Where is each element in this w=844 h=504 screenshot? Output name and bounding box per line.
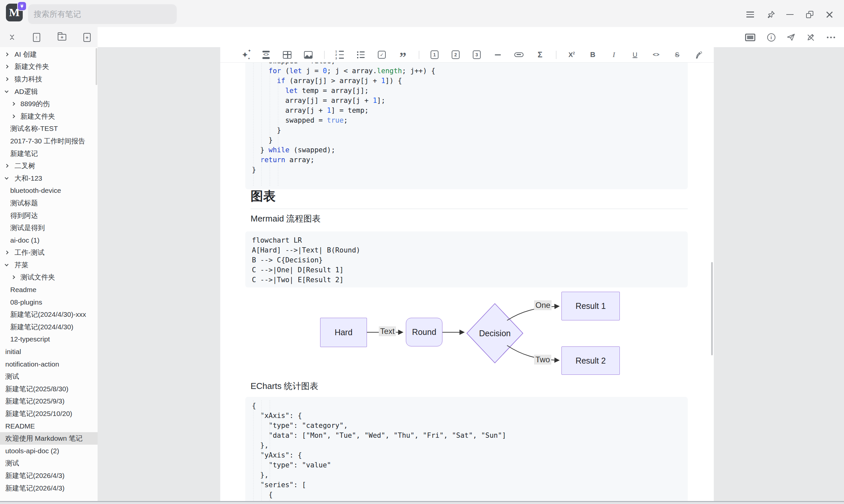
- bold-button[interactable]: B: [586, 48, 600, 61]
- superscript-button[interactable]: X2: [565, 48, 579, 61]
- sidebar-note-item[interactable]: 测试: [0, 370, 97, 383]
- sidebar-note-item[interactable]: notification-action: [0, 358, 97, 371]
- share-button[interactable]: [783, 30, 798, 44]
- ordered-list-button[interactable]: 1 2 3: [333, 48, 346, 61]
- sidebar-note-item[interactable]: 测试标题: [0, 197, 97, 209]
- sidebar-note-item[interactable]: 新建笔记(2025/9/3): [0, 395, 97, 408]
- sidebar-note-item[interactable]: 新建笔记(2025/10/20): [0, 408, 97, 420]
- js-code-text: swapped = false; for (let j = 0; j < arr…: [245, 62, 688, 179]
- js-code-block: swapped = false; for (let j = 0; j < arr…: [245, 62, 688, 189]
- underline-icon: U: [633, 51, 637, 59]
- tree-item-label: README: [0, 422, 35, 430]
- tree-item-label: Readme: [0, 286, 36, 294]
- collapse-all-button[interactable]: [5, 30, 19, 44]
- sidebar-note-item[interactable]: 新建笔记(2026/4/3): [0, 469, 97, 482]
- task-list-button[interactable]: ✓: [375, 48, 389, 61]
- sidebar-note-item[interactable]: 欢迎使用 Markdown 笔记: [0, 432, 97, 445]
- sidebar-note-item[interactable]: 测试是得到: [0, 221, 97, 234]
- sidebar-note-item[interactable]: 新建笔记(2026/4/3): [0, 482, 97, 494]
- hamburger-icon: [747, 12, 754, 17]
- more-options-button[interactable]: [823, 30, 838, 44]
- sidebar-note-item[interactable]: 新建笔记: [0, 147, 97, 160]
- sidebar-note-item[interactable]: 新建笔记(2024/4/30): [0, 321, 97, 333]
- heading1-button[interactable]: 1: [428, 48, 442, 61]
- unordered-list-button[interactable]: [354, 48, 367, 61]
- bold-icon: B: [590, 50, 595, 59]
- sidebar-note-item[interactable]: initial: [0, 345, 97, 358]
- tree-item-label: 新建笔记(2025/8/30): [0, 384, 68, 394]
- sidebar-scrollbar[interactable]: [96, 48, 97, 85]
- editor-document-area[interactable]: swapped = false; for (let j = 0; j < arr…: [220, 62, 714, 501]
- sidebar-folder-item[interactable]: AI 创建: [0, 48, 97, 61]
- sidebar-folder-item[interactable]: 测试文件夹: [0, 271, 97, 284]
- sidebar-note-item[interactable]: 12-typescript: [0, 333, 97, 346]
- new-folder-button[interactable]: +: [55, 30, 69, 44]
- view-mode-button[interactable]: [742, 30, 758, 44]
- highlight-button[interactable]: [692, 48, 705, 61]
- editor-scrollbar[interactable]: [711, 262, 713, 355]
- sidebar-note-item[interactable]: utools-api-doc (2): [0, 445, 97, 457]
- sidebar-note-item[interactable]: Readme: [0, 284, 97, 296]
- sidebar-note-item[interactable]: ai-doc (1): [0, 234, 97, 247]
- formula-button[interactable]: Σ: [533, 48, 547, 61]
- pin-window-button[interactable]: [764, 7, 778, 22]
- top-window-bar: M 搜索所有笔记: [0, 0, 844, 27]
- sidebar-note-item[interactable]: 测试名称-TEST: [0, 123, 97, 135]
- tree-item-label: 得到阿达: [0, 211, 38, 220]
- info-button[interactable]: i: [764, 30, 779, 44]
- collapse-all-icon: [11, 34, 14, 41]
- ai-sparkle-button[interactable]: ✦✦✦: [238, 48, 252, 61]
- sidebar-folder-item[interactable]: 猿力科技: [0, 73, 97, 85]
- tree-item-label: 新建笔记(2026/4/3): [0, 471, 65, 480]
- new-note-button[interactable]: +: [80, 30, 94, 44]
- sidebar-folder-item[interactable]: 芹菜: [0, 259, 97, 271]
- sidebar-folder-item[interactable]: 工作-测试: [0, 247, 97, 259]
- import-note-button[interactable]: ↑: [29, 30, 44, 44]
- sidebar-folder-item[interactable]: 二叉树: [0, 160, 97, 172]
- flow-node-result2: Result 2: [561, 346, 620, 375]
- heading3-button[interactable]: 3: [470, 48, 484, 61]
- flow-node-round: Round: [406, 318, 443, 346]
- code-block-button[interactable]: <>: [259, 48, 273, 61]
- underline-button[interactable]: U: [628, 48, 642, 61]
- horizontal-rule-button[interactable]: [491, 48, 505, 61]
- minimize-icon: [786, 14, 793, 15]
- sidebar-folder-item[interactable]: 8899的伤: [0, 97, 97, 110]
- italic-button[interactable]: I: [607, 48, 621, 61]
- window-bottom-pad: [0, 502, 844, 504]
- inline-code-icon: <>: [653, 52, 659, 58]
- mermaid-flowchart: Hard Round Decision Result 1 Result 2 Te…: [317, 290, 633, 376]
- echarts-code-text: { "xAxis": { "type": "category", "data":…: [245, 397, 688, 501]
- sidebar-note-item[interactable]: README: [0, 420, 97, 432]
- image-button[interactable]: [301, 48, 315, 61]
- sidebar-note-item[interactable]: 测试: [0, 457, 97, 470]
- inline-code-button[interactable]: <>: [649, 48, 663, 61]
- close-icon: [826, 11, 833, 18]
- sidebar-note-item[interactable]: 08-plugins: [0, 296, 97, 308]
- sidebar-folder-item[interactable]: 新建文件夹: [0, 61, 97, 73]
- edit-toggle-button[interactable]: [803, 30, 818, 44]
- sidebar-note-item[interactable]: 新建笔记(2025/8/30): [0, 383, 97, 395]
- tree-item-label: 新建笔记(2025/9/3): [0, 397, 65, 406]
- more-icon: [827, 37, 835, 38]
- link-button[interactable]: [512, 48, 526, 61]
- heading2-button[interactable]: 2: [449, 48, 463, 61]
- table-button[interactable]: [280, 48, 294, 61]
- right-margin-area: [714, 47, 844, 501]
- search-input[interactable]: 搜索所有笔记: [28, 4, 177, 24]
- main-menu-button[interactable]: [743, 7, 757, 22]
- sidebar-folder-item[interactable]: 新建文件夹: [0, 110, 97, 123]
- sidebar-note-item[interactable]: 得到阿达: [0, 209, 97, 222]
- maximize-button[interactable]: [803, 7, 817, 22]
- toolbar-separator: [556, 51, 557, 59]
- section-heading: 图表: [251, 188, 688, 209]
- sidebar-folder-item[interactable]: AD逻辑: [0, 85, 97, 98]
- strikethrough-button[interactable]: S: [670, 48, 684, 61]
- sidebar-note-item[interactable]: bluetooth-device: [0, 185, 97, 197]
- minimize-button[interactable]: [783, 7, 797, 22]
- sidebar-note-item[interactable]: 2017-7-30 工作时间报告: [0, 135, 97, 147]
- sidebar-folder-item[interactable]: 大和-123: [0, 172, 97, 185]
- close-button[interactable]: [822, 7, 837, 22]
- sidebar-note-item[interactable]: 新建笔记(2024/4/30)-xxx: [0, 308, 97, 321]
- quote-button[interactable]: ”: [396, 48, 410, 61]
